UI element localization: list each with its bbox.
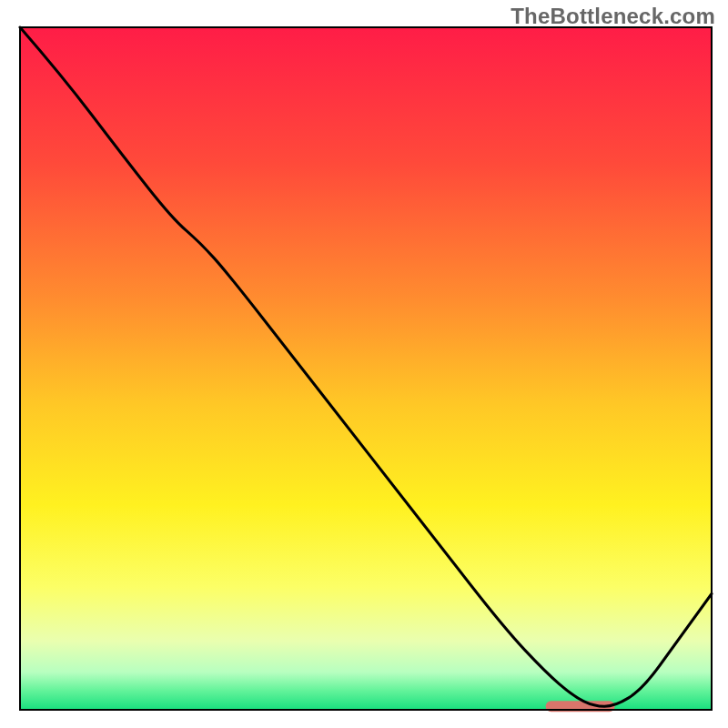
bottleneck-chart: TheBottleneck.com (0, 0, 728, 728)
chart-canvas (0, 0, 728, 728)
gradient-background (20, 27, 712, 710)
watermark-text: TheBottleneck.com (511, 4, 715, 29)
